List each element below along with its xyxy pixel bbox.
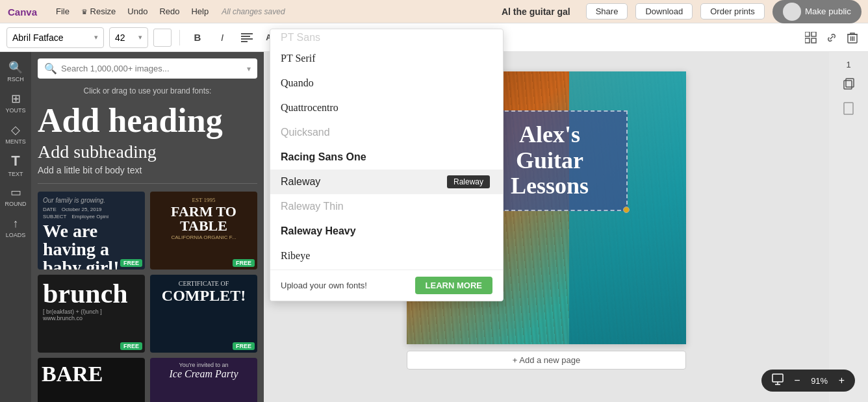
sidebar-item-uploads[interactable]: ↑ LOADS <box>1 213 30 242</box>
svg-rect-12 <box>805 32 810 36</box>
menu-undo[interactable]: Undo <box>125 5 150 18</box>
bold-button[interactable]: B <box>188 28 207 47</box>
present-button[interactable] <box>769 372 786 389</box>
left-panel: 🔍 ▾ Click or drag to use your brand font… <box>31 52 264 402</box>
make-public-button[interactable]: Make public <box>772 0 862 23</box>
font-color-picker[interactable] <box>153 29 172 47</box>
trash-icon[interactable] <box>843 29 862 47</box>
add-page-button[interactable]: + Add a new page <box>407 351 686 370</box>
avatar <box>783 3 801 21</box>
font-item-quicksand[interactable]: Quicksand <box>270 120 503 145</box>
font-item-pt-serif[interactable]: PT Serif <box>270 46 503 71</box>
font-item-raleway[interactable]: Raleway Raleway <box>270 170 503 194</box>
add-subheading-button[interactable]: Add subheading <box>38 142 257 162</box>
template-farm[interactable]: EST 1995 FARM TO TABLE CALIFORNIA ORGANI… <box>150 192 257 270</box>
resize-handle[interactable] <box>623 207 630 213</box>
font-item-racing-sans[interactable]: Racing Sans One <box>270 145 503 170</box>
template-baby[interactable]: Our family is growing. DATEOctober 25, 2… <box>38 192 145 270</box>
svg-rect-15 <box>811 38 816 43</box>
font-item-quattrocentro[interactable]: Quattrocentro <box>270 95 503 120</box>
crown-icon: ♛ <box>81 8 88 16</box>
menu-redo[interactable]: Redo <box>157 5 182 18</box>
align-button[interactable] <box>237 28 257 47</box>
chevron-down-icon[interactable]: ▾ <box>247 64 251 73</box>
toolbar-right-icons <box>802 29 862 47</box>
font-upload-footer: Upload your own fonts! LEARN MORE <box>270 270 503 301</box>
search-icon: 🔍 <box>8 60 23 75</box>
text-samples: Add heading Add subheading Add a little … <box>38 102 257 175</box>
template-icecream[interactable]: You're invited to an Ice Cream Party <box>150 358 257 402</box>
italic-button[interactable]: I <box>212 28 232 47</box>
svg-rect-13 <box>811 32 816 36</box>
elements-icon: ◇ <box>11 123 20 137</box>
font-item-ribeye[interactable]: Ribeye <box>270 244 503 268</box>
font-item-quando[interactable]: Quando <box>270 71 503 95</box>
page-number: 1 <box>846 60 850 69</box>
sidebar-item-search[interactable]: 🔍 RSCH <box>1 57 30 86</box>
autosave-status: All changes saved <box>222 7 285 16</box>
font-family-selector[interactable]: Abril Fatface ▾ <box>6 27 104 48</box>
raleway-tooltip: Raleway <box>447 175 490 188</box>
order-prints-button[interactable]: Order prints <box>700 3 765 19</box>
menu-file[interactable]: File <box>53 5 72 18</box>
canva-logo[interactable]: Canva <box>6 4 45 19</box>
learn-more-button[interactable]: LEARN MORE <box>415 277 492 294</box>
separator <box>179 30 180 45</box>
brand-fonts-message: Click or drag to use your brand fonts: <box>38 86 257 95</box>
svg-rect-3 <box>241 36 250 37</box>
font-item-raleway-thin[interactable]: Raleway Thin <box>270 194 503 219</box>
menu-resize[interactable]: ♛ Resize <box>79 5 118 18</box>
font-name: PT Sans <box>281 32 320 44</box>
menu-help[interactable]: Help <box>188 5 211 18</box>
font-item-raleway-heavy[interactable]: Raleway Heavy <box>270 219 503 244</box>
grid-icon[interactable] <box>802 29 820 47</box>
free-badge: FREE <box>233 259 255 267</box>
main-layout: 🔍 RSCH ⊞ YOUTS ◇ MENTS T TEXT ▭ ROUND ↑ … <box>0 52 868 402</box>
sidebar-item-background[interactable]: ▭ ROUND <box>1 182 30 210</box>
sidebar-item-elements[interactable]: ◇ MENTS <box>1 119 30 148</box>
template-text: EST 1995 <box>155 197 252 203</box>
template-cert[interactable]: CERTIFICATE OF COMPLET! FREE <box>150 275 257 353</box>
template-subject: SUBJECTEmployee Opini <box>43 214 140 220</box>
sidebar-label-search: RSCH <box>7 76 24 82</box>
template-brunch[interactable]: brunch [ br(eakfast) + (l)unch ] www.bru… <box>38 275 145 353</box>
add-page-right-button[interactable] <box>838 98 859 119</box>
font-item-pt-sans[interactable]: PT Sans <box>270 29 503 46</box>
template-brunch-sub: [ br(eakfast) + (l)unch ] <box>43 308 140 315</box>
template-cert-main: COMPLET! <box>155 287 252 305</box>
sidebar-item-layouts[interactable]: ⊞ YOUTS <box>1 88 30 117</box>
bottom-bar: − 91% + <box>761 370 855 392</box>
image-search-bar[interactable]: 🔍 ▾ <box>38 58 257 79</box>
add-body-text-button[interactable]: Add a little bit of body text <box>38 165 257 175</box>
sidebar-item-text[interactable]: T TEXT <box>1 151 30 179</box>
zoom-in-button[interactable]: + <box>836 373 847 388</box>
add-page-bar: + Add a new page <box>407 351 686 370</box>
search-icon: 🔍 <box>44 62 57 75</box>
share-button[interactable]: Share <box>586 3 628 19</box>
search-input[interactable] <box>61 64 243 73</box>
link-icon[interactable] <box>823 29 841 47</box>
svg-rect-21 <box>844 81 852 89</box>
font-size-selector[interactable]: 42 ▾ <box>109 27 148 48</box>
add-heading-button[interactable]: Add heading <box>38 102 257 139</box>
svg-rect-2 <box>241 33 253 34</box>
svg-rect-22 <box>846 79 854 87</box>
free-badge: FREE <box>233 342 255 350</box>
zoom-out-button[interactable]: − <box>791 373 802 388</box>
zoom-level: 91% <box>808 376 831 386</box>
svg-rect-4 <box>241 38 253 40</box>
svg-rect-23 <box>844 103 853 114</box>
template-meta: DATEOctober 25, 2019 <box>43 207 140 212</box>
template-bare-title: BARE <box>42 362 141 386</box>
font-name: Racing Sans One <box>281 151 366 163</box>
font-name: Raleway Thin <box>281 201 344 212</box>
free-badge: FREE <box>120 342 142 350</box>
download-button[interactable]: Download <box>635 3 693 19</box>
duplicate-page-button[interactable] <box>838 73 859 94</box>
template-bare[interactable]: BARE <box>38 358 145 402</box>
template-brunch-url: www.brunch.co <box>43 315 140 321</box>
font-name: Raleway <box>281 176 320 188</box>
chevron-down-icon: ▾ <box>94 33 98 42</box>
free-badge: FREE <box>120 259 142 267</box>
svg-rect-14 <box>805 38 810 43</box>
